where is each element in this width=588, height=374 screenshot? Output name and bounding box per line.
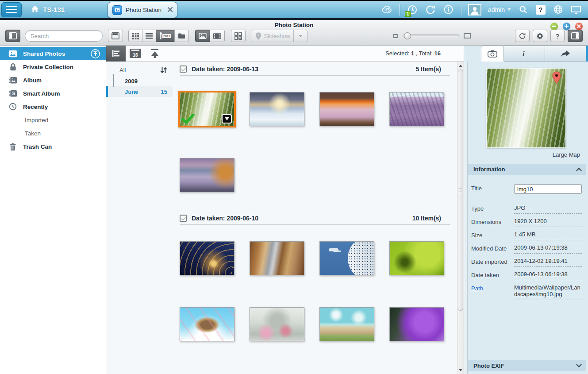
sidebar-item-trash-can[interactable]: Trash Can xyxy=(0,140,106,153)
view-list-button[interactable] xyxy=(142,30,156,42)
background-tasks-icon[interactable]: 1 xyxy=(407,4,418,15)
sidebar-item-shared-photos[interactable]: Shared Photos xyxy=(0,47,106,60)
slideshow-dropdown-button[interactable] xyxy=(293,30,307,42)
photo-thumb-metal[interactable] xyxy=(250,241,304,275)
scroll-down-icon[interactable] xyxy=(457,367,464,373)
tab-close-icon[interactable] xyxy=(168,7,173,13)
cloud-icon[interactable] xyxy=(381,4,393,15)
content-scrollbar[interactable] xyxy=(457,62,464,374)
tab-share[interactable] xyxy=(545,46,586,62)
timeline-all[interactable]: All xyxy=(106,64,173,76)
scroll-up-icon[interactable] xyxy=(457,62,464,69)
field-value: Multimedia/Wallpaper/Landscapes/img10.jp… xyxy=(514,284,582,300)
sidebar-item-imported[interactable]: Imported xyxy=(0,113,106,127)
slideshow-button[interactable]: Slideshow xyxy=(252,30,294,42)
toggle-left-panel-button[interactable] xyxy=(5,30,20,42)
device-name: TS-131 xyxy=(43,6,65,13)
zoom-in-icon[interactable] xyxy=(464,33,471,39)
sidebar-item-private-collection[interactable]: Private Collection xyxy=(0,60,106,73)
help-button[interactable]: ? xyxy=(550,30,565,42)
slider-knob[interactable] xyxy=(404,32,411,39)
user-menu[interactable]: admin xyxy=(488,6,511,13)
photo-thumb-lavender[interactable] xyxy=(389,92,444,126)
info-fields: Title TypeJPGDimensions1920 X 1200Size1.… xyxy=(464,175,588,300)
field-label[interactable]: Path xyxy=(471,284,514,292)
sidebar-item-album[interactable]: Album xyxy=(0,73,106,87)
group-checkbox[interactable] xyxy=(180,66,187,73)
thumbnail-size-slider[interactable] xyxy=(403,35,459,37)
svg-text:i: i xyxy=(523,50,525,58)
settings-button[interactable] xyxy=(533,30,547,42)
sidebar-item-taken[interactable]: Taken xyxy=(0,127,106,140)
sidebar-item-recently[interactable]: Recently xyxy=(0,100,106,113)
field-value: 1.45 MB xyxy=(514,231,582,240)
calendar-view-button[interactable]: 16 xyxy=(126,46,145,62)
timeline-year[interactable]: 2009 xyxy=(106,76,173,86)
view-timeline-button[interactable]: 2013 xyxy=(156,30,175,42)
nas-home[interactable]: TS-131 xyxy=(31,4,65,15)
photo-thumb-thistle[interactable] xyxy=(389,307,444,341)
photo-thumb-island[interactable] xyxy=(180,307,234,341)
desktop-icon[interactable] xyxy=(570,4,582,15)
photo-thumb-ocean[interactable] xyxy=(180,158,234,192)
geotag-pin-icon[interactable] xyxy=(551,71,562,86)
photo-exif-section-header[interactable]: Photo EXIF xyxy=(468,360,586,371)
group-item-count: 5 Item(s) xyxy=(415,66,441,73)
large-map-link[interactable]: Large Map xyxy=(553,151,580,158)
search-icon[interactable] xyxy=(518,4,529,15)
upload-icon[interactable] xyxy=(90,49,100,59)
field-label: Dimensions xyxy=(471,218,514,225)
search-input[interactable] xyxy=(30,32,109,40)
photo-thumb-waterfall[interactable] xyxy=(178,91,236,127)
photo-thumb-tunnel[interactable] xyxy=(180,241,234,275)
chevron-up-icon xyxy=(576,168,582,174)
multi-select-button[interactable] xyxy=(231,30,246,42)
show-photos-button[interactable] xyxy=(195,30,210,42)
date-group-header: Date taken: 2009-06-1010 Item(s) xyxy=(180,212,450,225)
photo-thumb-succulent[interactable] xyxy=(389,241,444,275)
field-label: Modified Date xyxy=(471,244,514,252)
tab-camera[interactable] xyxy=(481,46,504,62)
thumb-menu-icon[interactable] xyxy=(222,114,232,123)
timeline-list-view-button[interactable] xyxy=(106,46,126,62)
tab-photo-station[interactable]: Photo Station xyxy=(108,2,177,18)
photo-thumb-dome[interactable] xyxy=(319,241,374,275)
timeline-column: All 2009 June 15 xyxy=(106,62,173,374)
photo-thumb-pastel[interactable] xyxy=(250,307,304,341)
timeline-month-june[interactable]: June 15 xyxy=(106,86,173,97)
view-folder-button[interactable] xyxy=(174,30,189,42)
information-section-header[interactable]: Information xyxy=(468,164,586,175)
system-topbar: TS-131 Photo Station 1 xyxy=(0,0,588,20)
zoom-out-icon[interactable] xyxy=(393,34,398,38)
info-field-row: PathMultimedia/Wallpaper/Landscapes/img1… xyxy=(471,284,582,300)
sidebar-item-smart-album[interactable]: SSmart Album xyxy=(0,87,106,100)
help-icon[interactable]: ? xyxy=(536,5,546,15)
info-panel: i Large Map Information Title xyxy=(464,46,588,374)
tab-information[interactable]: i xyxy=(504,46,545,62)
group-title: Date taken: 2009-06-10 xyxy=(192,215,258,222)
main-menu-button[interactable] xyxy=(1,2,22,17)
refresh-button[interactable] xyxy=(515,30,530,42)
sync-icon[interactable] xyxy=(425,4,436,15)
collapse-all-button[interactable] xyxy=(145,46,165,62)
photo-thumb-town[interactable] xyxy=(319,307,374,341)
view-thumbnail-button[interactable] xyxy=(128,30,142,42)
lock-icon xyxy=(8,63,18,71)
sort-icon[interactable] xyxy=(160,67,167,73)
group-checkbox[interactable] xyxy=(180,215,187,222)
info-icon[interactable] xyxy=(443,4,454,15)
browse-panel-button[interactable] xyxy=(108,30,123,42)
smart-album-icon: S xyxy=(8,90,18,97)
language-globe-icon[interactable] xyxy=(552,4,564,15)
toggle-info-panel-button[interactable] xyxy=(568,30,583,42)
photo-thumb-iceberg[interactable] xyxy=(250,92,304,126)
photo-thumb-canyon[interactable] xyxy=(319,92,374,126)
title-input[interactable] xyxy=(514,184,582,194)
search-box[interactable] xyxy=(25,30,103,42)
user-avatar[interactable] xyxy=(468,4,481,15)
photo-browser: 16 Selected: 1 , Total: 16 All xyxy=(106,46,464,374)
photo-preview[interactable] xyxy=(486,68,566,148)
scrollbar-thumb[interactable] xyxy=(458,69,463,311)
show-videos-button[interactable] xyxy=(210,30,225,42)
help-glyph: ? xyxy=(539,6,543,13)
